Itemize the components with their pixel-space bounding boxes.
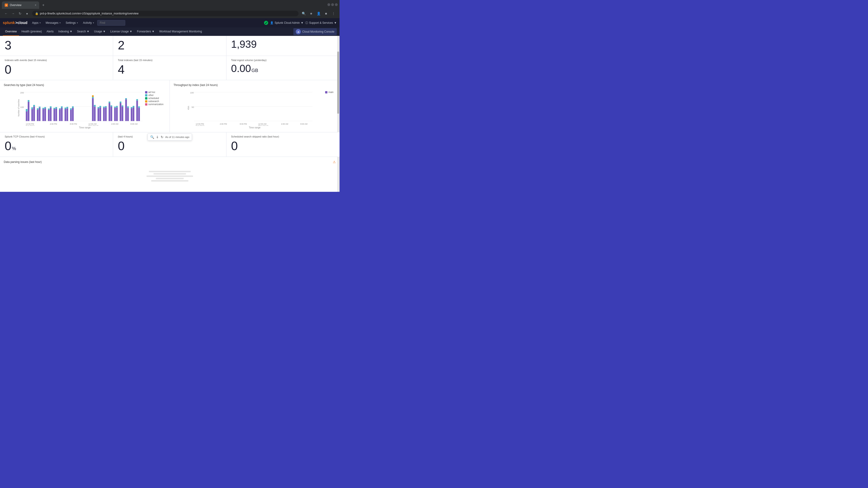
usage-caret: ▼: [103, 30, 106, 33]
bookmark-button[interactable]: ★: [308, 10, 314, 17]
apps-menu[interactable]: Apps ▼: [30, 20, 43, 25]
svg-rect-15: [37, 108, 38, 110]
svg-rect-69: [127, 108, 129, 121]
svg-rect-30: [59, 109, 61, 121]
subnav-usage[interactable]: Usage ▼: [92, 28, 108, 36]
svg-text:8:00 AM: 8:00 AM: [300, 123, 307, 125]
svg-rect-32: [61, 108, 62, 121]
user-icon: 👤: [270, 21, 274, 25]
user-menu[interactable]: 👤 Splunk Cloud Admin ▼: [270, 21, 303, 25]
nav-buttons: ← → ↻ ●: [3, 10, 30, 17]
svg-rect-10: [31, 109, 33, 121]
subnav-overview[interactable]: Overview: [3, 28, 19, 36]
svg-rect-8: [28, 102, 29, 121]
svg-rect-6: [26, 111, 28, 121]
home-button[interactable]: ●: [24, 10, 30, 17]
more-button[interactable]: ⋮: [330, 10, 337, 17]
svg-text:8:00 PM: 8:00 PM: [70, 123, 77, 125]
mid-stat-label-1: Total indexes (last 15 minutes): [118, 59, 221, 62]
svg-rect-61: [116, 107, 118, 121]
browser-tab[interactable]: S Overview ×: [2, 1, 39, 9]
bottom-stat-label-2: Scheduled search skipped ratio (last hou…: [231, 135, 335, 138]
toolbar-overlay: 🔍 ⇓ ↻ As of 11 minutes ago: [148, 134, 192, 140]
svg-rect-67: [125, 99, 127, 121]
back-button[interactable]: ←: [3, 10, 9, 17]
subnav-license[interactable]: License Usage ▼: [108, 28, 134, 36]
new-tab-button[interactable]: +: [40, 2, 46, 8]
support-menu[interactable]: ⓘ Support & Services ▼: [305, 21, 337, 25]
svg-rect-71: [131, 108, 132, 121]
tab-close-button[interactable]: ×: [35, 3, 36, 7]
reload-button[interactable]: ↻: [17, 10, 23, 17]
searches-legend: ad hoc other scheduled subsearch: [145, 91, 163, 105]
svg-rect-44: [92, 95, 94, 97]
svg-rect-68: [125, 98, 127, 99]
subnav-forwarders[interactable]: Forwarders ▼: [134, 28, 157, 36]
forward-button[interactable]: →: [10, 10, 16, 17]
svg-rect-42: [92, 98, 94, 121]
legend-main-label: main: [328, 91, 334, 93]
maximize-button[interactable]: [331, 3, 334, 6]
legend-summarization: summarization: [145, 103, 163, 105]
mid-stat-unit-2: GB: [251, 68, 258, 73]
svg-rect-53: [105, 107, 106, 121]
mid-stats-grid: Indexes with events (last 15 minutes) 0 …: [0, 56, 340, 80]
svg-text:8:00 PM: 8:00 PM: [240, 123, 247, 125]
cloud-console-badge[interactable]: ☁ Cloud Monitoring Console: [293, 28, 337, 35]
empty-line-3: [147, 175, 193, 177]
mid-stat-label-2: Total ingest volume (yesterday): [231, 59, 335, 62]
refresh-toolbar-icon[interactable]: ↻: [161, 135, 163, 139]
subnav-health[interactable]: Health (preview): [19, 28, 44, 36]
messages-menu[interactable]: Messages ▼: [44, 20, 63, 25]
svg-rect-43: [92, 97, 94, 98]
legend-other: other: [145, 94, 163, 96]
forwarders-caret: ▼: [152, 30, 155, 33]
subnav-workload[interactable]: Workload Management Monitoring: [157, 28, 204, 36]
address-bar[interactable]: 🔒 prd-p-9nw9x.splunkcloud.com/en-US/app/…: [32, 11, 299, 16]
mid-stat-label-0: Indexes with events (last 15 minutes): [5, 59, 108, 62]
bottom-stat-label-0: Splunk TCP Closures (last 4 hours): [5, 135, 108, 138]
scrollbar[interactable]: [337, 36, 340, 192]
splunk-logo[interactable]: splunk>cloud: [3, 21, 28, 25]
extensions-button[interactable]: ■: [323, 10, 329, 17]
svg-rect-55: [109, 103, 110, 121]
minimize-button[interactable]: [328, 3, 330, 6]
find-input[interactable]: [97, 20, 125, 26]
svg-rect-20: [44, 108, 46, 121]
settings-menu[interactable]: Settings ▼: [64, 20, 80, 25]
subnav-indexing[interactable]: Indexing ▼: [56, 28, 74, 36]
subnav-search[interactable]: Search ▼: [74, 28, 92, 36]
status-indicator: ✓: [264, 21, 268, 25]
profile-button[interactable]: 👤: [315, 10, 322, 17]
scrollbar-thumb[interactable]: [337, 52, 339, 114]
searches-chart-svg: 200 100 Number of searches: [4, 89, 166, 126]
svg-rect-62: [116, 106, 118, 107]
legend-subsearch-label: subsearch: [148, 100, 159, 102]
empty-line-5: [151, 180, 188, 182]
svg-text:Mon Oct 10: Mon Oct 10: [88, 125, 98, 126]
empty-line-2: [153, 173, 186, 174]
search-browser-button[interactable]: 🔍: [300, 10, 307, 17]
svg-rect-29: [56, 107, 57, 108]
svg-rect-25: [50, 106, 52, 108]
topnav-right: ✓ 👤 Splunk Cloud Admin ▼ ⓘ Support & Ser…: [264, 21, 337, 25]
throughput-legend: main: [325, 91, 334, 93]
svg-rect-18: [42, 109, 44, 121]
bottom-stat-value-1: 0: [118, 139, 221, 153]
search-toolbar-icon[interactable]: 🔍: [150, 135, 154, 139]
legend-summarization-label: summarization: [148, 103, 163, 105]
legend-subsearch: subsearch: [145, 100, 163, 102]
stat-value-0: 3: [5, 39, 108, 52]
legend-other-label: other: [148, 94, 154, 96]
bottom-stat-cell-0: Splunk TCP Closures (last 4 hours) 0 %: [0, 132, 113, 156]
svg-rect-57: [111, 107, 112, 121]
subnav-alerts[interactable]: Alerts: [44, 28, 56, 36]
browser-actions: 🔍 ★ 👤 ■ ⋮: [300, 10, 337, 17]
close-button[interactable]: [335, 3, 338, 6]
top-navigation: splunk>cloud Apps ▼ Messages ▼ Settings …: [0, 18, 340, 28]
activity-menu[interactable]: Activity ▼: [81, 20, 96, 25]
download-toolbar-icon[interactable]: ⇓: [156, 135, 159, 139]
svg-rect-33: [61, 106, 62, 108]
svg-rect-41: [72, 106, 74, 108]
mid-stat-value-0: 0: [5, 63, 108, 76]
